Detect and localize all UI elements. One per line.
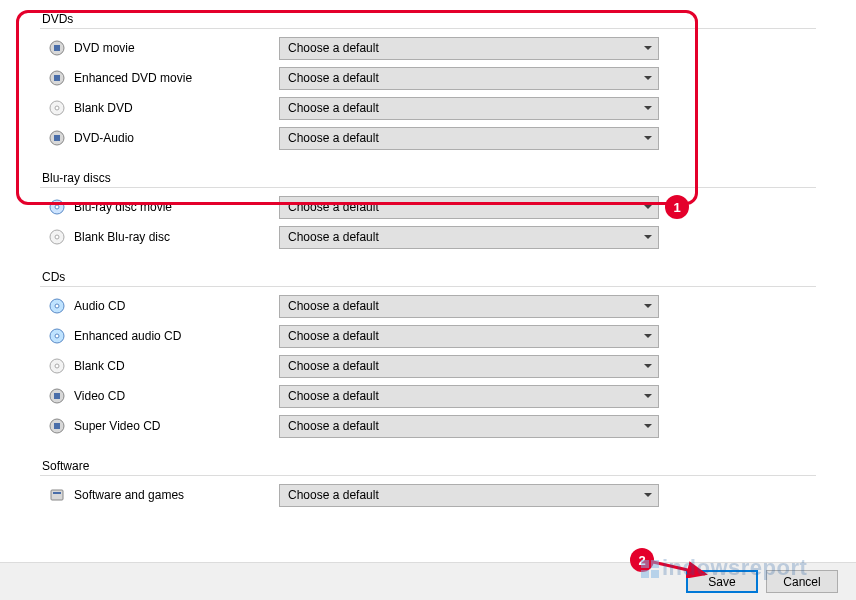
dvd-media-icon — [49, 130, 65, 146]
divider — [40, 28, 816, 29]
section-dvds: DVDs DVD movie Choose a default Enhanced… — [40, 8, 816, 153]
select-bluray-movie[interactable]: Choose a default — [279, 196, 659, 219]
row-enhanced-audio-cd: Enhanced audio CD Choose a default — [40, 321, 816, 351]
label-blank-dvd: Blank DVD — [74, 101, 279, 115]
svg-rect-19 — [54, 393, 60, 399]
dvd-media-icon — [49, 70, 65, 86]
select-audio-cd[interactable]: Choose a default — [279, 295, 659, 318]
label-enhanced-dvd-movie: Enhanced DVD movie — [74, 71, 279, 85]
divider — [40, 187, 816, 188]
chevron-down-icon — [644, 46, 652, 50]
chevron-down-icon — [644, 394, 652, 398]
section-software: Software Software and games Choose a def… — [40, 455, 816, 510]
label-bluray-movie: Blu-ray disc movie — [74, 200, 279, 214]
row-blank-bluray: Blank Blu-ray disc Choose a default — [40, 222, 816, 252]
row-enhanced-dvd-movie: Enhanced DVD movie Choose a default — [40, 63, 816, 93]
row-software-games: Software and games Choose a default — [40, 480, 816, 510]
disc-blank-icon — [49, 358, 65, 374]
bluray-icon — [49, 199, 65, 215]
svg-point-9 — [55, 205, 59, 209]
dvd-media-icon — [49, 418, 65, 434]
label-dvd-movie: DVD movie — [74, 41, 279, 55]
row-dvd-movie: DVD movie Choose a default — [40, 33, 816, 63]
select-dvd-audio[interactable]: Choose a default — [279, 127, 659, 150]
select-software-games[interactable]: Choose a default — [279, 484, 659, 507]
save-button[interactable]: Save — [686, 570, 758, 593]
dialog-footer: Save Cancel — [0, 562, 856, 600]
disc-blank-icon — [49, 229, 65, 245]
label-software-games: Software and games — [74, 488, 279, 502]
cd-audio-icon — [49, 328, 65, 344]
row-dvd-audio: DVD-Audio Choose a default — [40, 123, 816, 153]
label-video-cd: Video CD — [74, 389, 279, 403]
row-audio-cd: Audio CD Choose a default — [40, 291, 816, 321]
row-video-cd: Video CD Choose a default — [40, 381, 816, 411]
svg-rect-3 — [54, 75, 60, 81]
section-title-bluray: Blu-ray discs — [40, 167, 816, 187]
select-blank-bluray[interactable]: Choose a default — [279, 226, 659, 249]
label-blank-bluray: Blank Blu-ray disc — [74, 230, 279, 244]
svg-rect-1 — [54, 45, 60, 51]
section-title-cds: CDs — [40, 266, 816, 286]
section-bluray: Blu-ray discs Blu-ray disc movie Choose … — [40, 167, 816, 252]
cd-audio-icon — [49, 298, 65, 314]
chevron-down-icon — [644, 76, 652, 80]
select-dvd-movie[interactable]: Choose a default — [279, 37, 659, 60]
chevron-down-icon — [644, 364, 652, 368]
select-enhanced-dvd-movie[interactable]: Choose a default — [279, 67, 659, 90]
chevron-down-icon — [644, 334, 652, 338]
row-blank-cd: Blank CD Choose a default — [40, 351, 816, 381]
select-super-video-cd[interactable]: Choose a default — [279, 415, 659, 438]
chevron-down-icon — [644, 304, 652, 308]
svg-point-11 — [55, 235, 59, 239]
section-title-dvds: DVDs — [40, 8, 816, 28]
chevron-down-icon — [644, 235, 652, 239]
select-blank-dvd[interactable]: Choose a default — [279, 97, 659, 120]
label-super-video-cd: Super Video CD — [74, 419, 279, 433]
settings-panel: DVDs DVD movie Choose a default Enhanced… — [0, 8, 856, 510]
row-super-video-cd: Super Video CD Choose a default — [40, 411, 816, 441]
section-title-software: Software — [40, 455, 816, 475]
section-cds: CDs Audio CD Choose a default Enhanced a… — [40, 266, 816, 441]
svg-rect-22 — [51, 490, 63, 500]
label-blank-cd: Blank CD — [74, 359, 279, 373]
row-blank-dvd: Blank DVD Choose a default — [40, 93, 816, 123]
divider — [40, 286, 816, 287]
chevron-down-icon — [644, 136, 652, 140]
disc-blank-icon — [49, 100, 65, 116]
select-blank-cd[interactable]: Choose a default — [279, 355, 659, 378]
svg-rect-7 — [54, 135, 60, 141]
software-icon — [49, 487, 65, 503]
select-enhanced-audio-cd[interactable]: Choose a default — [279, 325, 659, 348]
label-enhanced-audio-cd: Enhanced audio CD — [74, 329, 279, 343]
divider — [40, 475, 816, 476]
svg-rect-21 — [54, 423, 60, 429]
chevron-down-icon — [644, 424, 652, 428]
select-video-cd[interactable]: Choose a default — [279, 385, 659, 408]
svg-point-5 — [55, 106, 59, 110]
dvd-media-icon — [49, 40, 65, 56]
svg-rect-23 — [53, 492, 61, 494]
cancel-button[interactable]: Cancel — [766, 570, 838, 593]
chevron-down-icon — [644, 205, 652, 209]
label-audio-cd: Audio CD — [74, 299, 279, 313]
dvd-media-icon — [49, 388, 65, 404]
label-dvd-audio: DVD-Audio — [74, 131, 279, 145]
chevron-down-icon — [644, 106, 652, 110]
row-bluray-movie: Blu-ray disc movie Choose a default — [40, 192, 816, 222]
svg-point-15 — [55, 334, 59, 338]
svg-point-17 — [55, 364, 59, 368]
svg-point-13 — [55, 304, 59, 308]
chevron-down-icon — [644, 493, 652, 497]
